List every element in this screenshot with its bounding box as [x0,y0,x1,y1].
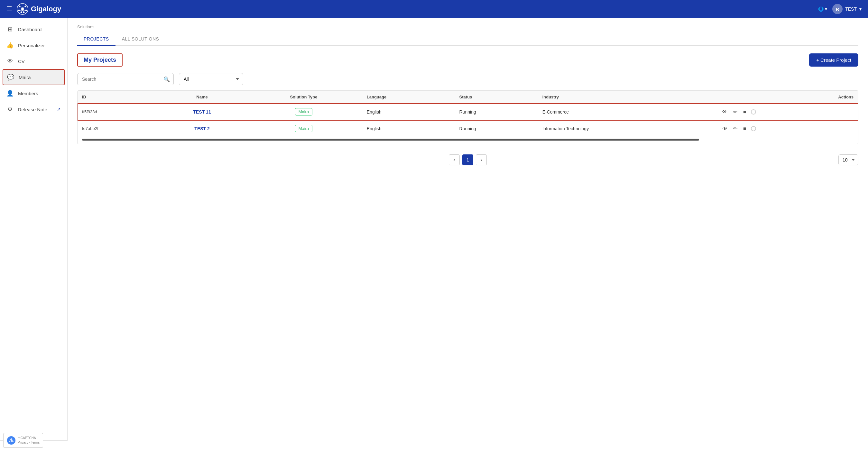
view-button[interactable]: 👁 [721,108,729,116]
table-row: fe7abe2f TEST 2 Maira English Running In… [78,120,858,137]
recaptcha-links: Privacy · Terms [18,440,39,445]
pagination: ‹ 1 › 10 20 50 [77,149,858,167]
breadcrumb: Solutions [77,25,858,29]
my-projects-title: My Projects [77,54,123,67]
project-name-link[interactable]: TEST 2 [194,126,210,131]
cell-industry: Information Technology [538,120,716,137]
projects-table-wrap: ID Name Solution Type Language Status In… [77,90,858,144]
user-dropdown-arrow: ▾ [859,6,862,11]
table-header-row: ID Name Solution Type Language Status In… [78,91,858,104]
col-actions: Actions [716,91,858,104]
cell-name: TEST 2 [159,120,245,137]
avatar: R [832,4,843,14]
col-name: Name [159,91,245,104]
filter-select[interactable]: All Active Inactive [179,73,243,85]
stop-button[interactable]: ■ [742,108,748,116]
table-row: ff5f933d TEST 11 Maira English Running E… [78,104,858,120]
cell-status: Running [455,120,538,137]
cell-solution-type: Maira [245,120,362,137]
external-link-icon: ↗ [57,107,61,112]
page-1-button[interactable]: 1 [462,154,473,165]
sidebar-item-personalizer[interactable]: 👍 Personalizer [0,37,67,54]
col-industry: Industry [538,91,716,104]
actions-cell: 👁 ✏ ■ [721,125,854,132]
topnav-right: 🌐 ▾ R TEST ▾ [818,4,862,14]
filters: 🔍 All Active Inactive [77,73,858,85]
cell-language: English [362,120,455,137]
tabs: PROJECTS ALL SOLUTIONS [77,33,858,46]
language-selector[interactable]: 🌐 ▾ [818,6,827,11]
cell-id: ff5f933d [78,104,159,120]
table-scrollbar[interactable] [82,139,699,140]
col-id: ID [78,91,159,104]
circle-action[interactable] [751,126,756,131]
dashboard-icon: ⊞ [6,26,13,33]
sidebar: ⊞ Dashboard 👍 Personalizer 👁 CV 💬 Maira … [0,18,68,451]
per-page-select[interactable]: 10 20 50 [838,154,858,165]
svg-point-1 [21,8,24,10]
sidebar-item-release-note[interactable]: ⚙ Release Note ↗ [0,101,67,118]
col-language: Language [362,91,455,104]
sidebar-item-maira[interactable]: 💬 Maira [3,69,65,85]
prev-page-button[interactable]: ‹ [449,154,460,165]
topnav: ☰ Gigalogy 🌐 ▾ R TEST ▾ [0,0,868,18]
sidebar-item-cv[interactable]: 👁 CV [0,54,67,69]
actions-cell: 👁 ✏ ■ [721,108,854,116]
sidebar-label-members: Members [18,91,38,96]
cell-name: TEST 11 [159,104,245,120]
cell-language: English [362,104,455,120]
circle-action[interactable] [751,109,756,115]
cell-solution-type: Maira [245,104,362,120]
members-icon: 👤 [6,90,13,97]
sidebar-label-personalizer: Personalizer [18,43,45,48]
sidebar-label-cv: CV [18,59,25,64]
recaptcha-text: reCAPTCHA Privacy · Terms [18,436,39,445]
edit-button[interactable]: ✏ [732,108,739,116]
tab-all-solutions[interactable]: ALL SOLUTIONS [116,33,166,46]
cell-actions: 👁 ✏ ■ [716,104,858,120]
cell-industry: E-Commerce [538,104,716,120]
create-project-button[interactable]: + Create Project [809,54,858,67]
search-icon: 🔍 [163,76,170,82]
logo-text: Gigalogy [31,5,61,13]
sidebar-item-dashboard[interactable]: ⊞ Dashboard [0,21,67,37]
next-page-button[interactable]: › [476,154,487,165]
projects-header: My Projects + Create Project [77,54,858,67]
cell-id: fe7abe2f [78,120,159,137]
solution-type-badge: Maira [295,108,313,116]
sidebar-label-maira: Maira [19,75,31,80]
svg-point-16 [11,440,12,442]
solution-type-badge: Maira [295,125,313,132]
col-solution-type: Solution Type [245,91,362,104]
main-layout: ⊞ Dashboard 👍 Personalizer 👁 CV 💬 Maira … [0,18,868,451]
sidebar-label-release-note: Release Note [18,107,47,112]
logo-icon [17,3,28,15]
cell-status: Running [455,104,538,120]
cell-actions: 👁 ✏ ■ [716,120,858,137]
view-button[interactable]: 👁 [721,125,729,132]
main-content: Solutions PROJECTS ALL SOLUTIONS My Proj… [68,18,868,451]
user-name: TEST [845,6,857,11]
recaptcha-badge: reCAPTCHA Privacy · Terms [3,433,43,448]
tab-projects[interactable]: PROJECTS [77,33,116,46]
lang-dropdown-arrow: ▾ [825,6,827,11]
personalizer-icon: 👍 [6,42,13,49]
maira-icon: 💬 [7,74,14,81]
project-name-link[interactable]: TEST 11 [193,109,211,115]
col-status: Status [455,91,538,104]
recaptcha-label: reCAPTCHA [18,436,39,440]
sidebar-item-members[interactable]: 👤 Members [0,85,67,101]
search-input[interactable] [77,73,174,85]
sidebar-label-dashboard: Dashboard [18,27,41,32]
release-note-icon: ⚙ [6,106,13,113]
globe-icon: 🌐 [818,6,824,11]
hamburger-menu[interactable]: ☰ [6,5,12,13]
edit-button[interactable]: ✏ [732,125,739,132]
logo: Gigalogy [17,3,818,15]
search-wrap: 🔍 [77,73,174,85]
stop-button[interactable]: ■ [742,125,748,132]
cv-icon: 👁 [6,58,13,65]
recaptcha-logo-icon [7,436,16,445]
user-menu[interactable]: R TEST ▾ [832,4,862,14]
projects-table: ID Name Solution Type Language Status In… [78,91,858,137]
